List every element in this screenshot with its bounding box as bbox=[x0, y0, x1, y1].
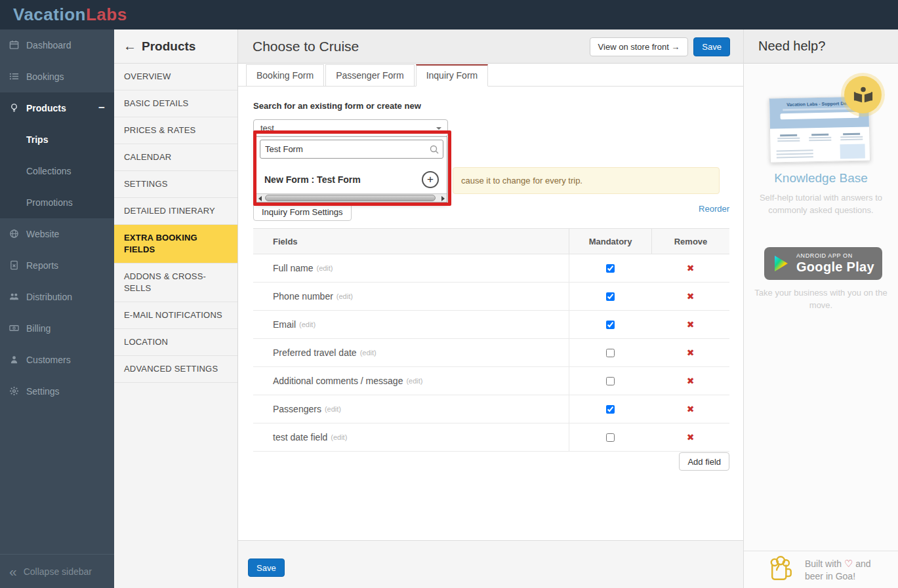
dropdown-horizontal-scrollbar[interactable] bbox=[256, 193, 447, 202]
search-icon bbox=[430, 145, 439, 154]
search-form-label: Search for an existing form or create ne… bbox=[253, 101, 421, 111]
menu-item-location[interactable]: LOCATION bbox=[114, 329, 237, 356]
menu-item-addons-cross-sells[interactable]: ADDONS & CROSS-SELLS bbox=[114, 264, 237, 302]
banknote-icon bbox=[9, 323, 20, 334]
scroll-left-arrow-icon[interactable] bbox=[258, 196, 262, 201]
sidebar-item-bookings[interactable]: Bookings bbox=[0, 61, 114, 92]
remove-icon[interactable]: ✖ bbox=[687, 347, 695, 358]
field-label: test date field bbox=[273, 432, 327, 442]
field-edit-link[interactable]: (edit) bbox=[337, 292, 353, 300]
sidebar-item-customers[interactable]: Customers bbox=[0, 344, 114, 376]
menu-item-advanced-settings[interactable]: ADVANCED SETTINGS bbox=[114, 356, 237, 383]
field-edit-link[interactable]: (edit) bbox=[316, 264, 333, 272]
tab-booking-form[interactable]: Booking Form bbox=[246, 64, 324, 87]
google-play-badge[interactable]: ANDROID APP ON Google Play bbox=[764, 247, 882, 280]
remove-icon[interactable]: ✖ bbox=[687, 432, 695, 442]
report-icon bbox=[9, 260, 20, 271]
thumbnail-column bbox=[838, 132, 865, 142]
brand-secondary: Labs bbox=[86, 5, 127, 24]
menu-item-detailed-itinerary[interactable]: DETAILED ITINERARY bbox=[114, 198, 237, 225]
inquiry-form-settings-button[interactable]: Inquiry Form Settings bbox=[253, 203, 352, 221]
save-button-top[interactable]: Save bbox=[693, 37, 730, 56]
sidebar-item-promotions[interactable]: Promotions bbox=[0, 187, 114, 218]
list-icon bbox=[9, 71, 20, 82]
product-menu-title: Products bbox=[142, 39, 195, 54]
back-to-products[interactable]: ← Products bbox=[114, 29, 237, 64]
add-field-button[interactable]: Add field bbox=[679, 452, 729, 471]
menu-item-basic-details[interactable]: BASIC DETAILS bbox=[114, 90, 237, 117]
sidebar-item-reports[interactable]: Reports bbox=[0, 250, 114, 281]
sidebar-item-label: Website bbox=[26, 229, 59, 239]
sidebar-item-dashboard[interactable]: Dashboard bbox=[0, 29, 114, 61]
remove-icon[interactable]: ✖ bbox=[687, 376, 695, 386]
form-select[interactable]: test bbox=[253, 119, 448, 137]
page-header: Choose to Cruise View on store front → S… bbox=[238, 29, 743, 64]
sidebar-item-products[interactable]: Products− bbox=[0, 92, 114, 124]
new-form-option[interactable]: New Form : Test Form + bbox=[256, 166, 447, 193]
table-row: Passengers(edit)✖ bbox=[253, 395, 729, 423]
sidebar-item-collections[interactable]: Collections bbox=[0, 155, 114, 187]
field-edit-link[interactable]: (edit) bbox=[325, 405, 341, 413]
remove-icon[interactable]: ✖ bbox=[687, 319, 695, 330]
heart-icon: ♡ bbox=[844, 558, 853, 569]
fields-table-header: Fields Mandatory Remove bbox=[253, 228, 729, 254]
mandatory-checkbox[interactable] bbox=[606, 405, 615, 414]
menu-item-extra-booking-fields[interactable]: EXTRA BOOKING FIELDS bbox=[114, 225, 237, 264]
field-edit-link[interactable]: (edit) bbox=[299, 321, 316, 328]
mandatory-checkbox[interactable] bbox=[606, 377, 615, 385]
remove-icon[interactable]: ✖ bbox=[687, 263, 695, 273]
field-edit-link[interactable]: (edit) bbox=[360, 349, 377, 357]
form-search-input[interactable] bbox=[260, 140, 443, 159]
knowledge-base-description: Self-help tutorial with answers to commo… bbox=[754, 191, 888, 216]
thumbnail-search-bar bbox=[780, 112, 859, 120]
remove-icon[interactable]: ✖ bbox=[687, 291, 695, 302]
field-label: Preferred travel date bbox=[273, 347, 357, 358]
collapse-section-icon[interactable]: − bbox=[98, 102, 105, 115]
sidebar-item-distribution[interactable]: Distribution bbox=[0, 281, 114, 313]
view-store-front-button[interactable]: View on store front → bbox=[590, 37, 689, 56]
thumbnail-subtitle-bar bbox=[783, 108, 856, 111]
sidebar-item-label: Trips bbox=[26, 134, 48, 145]
fields-table-body: Full name(edit)✖Phone number(edit)✖Email… bbox=[253, 254, 729, 452]
menu-item-settings[interactable]: SETTINGS bbox=[114, 171, 237, 198]
field-label: Additional comments / message bbox=[273, 376, 403, 386]
tab-inquiry-form[interactable]: Inquiry Form bbox=[416, 64, 489, 87]
sidebar-item-label: Settings bbox=[26, 386, 60, 397]
globe-icon bbox=[9, 229, 20, 239]
new-form-option-label: New Form : Test Form bbox=[264, 174, 361, 185]
double-chevron-left-icon: « bbox=[9, 564, 17, 578]
calendar-icon bbox=[9, 40, 20, 50]
vacationlabs-logo[interactable]: VacationLabs bbox=[13, 0, 127, 29]
scrollbar-thumb[interactable] bbox=[265, 195, 436, 201]
product-menu-list: OVERVIEWBASIC DETAILSPRICES & RATESCALEN… bbox=[114, 64, 237, 383]
field-edit-link[interactable]: (edit) bbox=[331, 433, 347, 441]
sidebar-item-settings[interactable]: Settings bbox=[0, 376, 114, 407]
sidebar-item-website[interactable]: Website bbox=[0, 218, 114, 250]
app-root: VacationLabs DashboardBookingsProducts−T… bbox=[0, 0, 898, 588]
remove-icon[interactable]: ✖ bbox=[687, 404, 695, 414]
menu-item-calendar[interactable]: CALENDAR bbox=[114, 144, 237, 171]
form-tabs: Booking FormPassenger FormInquiry Form bbox=[238, 64, 743, 87]
add-form-icon[interactable]: + bbox=[422, 171, 439, 188]
tab-passenger-form[interactable]: Passenger Form bbox=[325, 64, 414, 87]
mandatory-checkbox[interactable] bbox=[606, 433, 615, 442]
thumbnail-column bbox=[807, 132, 833, 143]
save-button-bottom[interactable]: Save bbox=[248, 559, 285, 577]
mandatory-checkbox[interactable] bbox=[606, 264, 615, 273]
menu-item-overview[interactable]: OVERVIEW bbox=[114, 64, 237, 90]
sidebar-item-billing[interactable]: Billing bbox=[0, 313, 114, 344]
reorder-link[interactable]: Reorder bbox=[699, 204, 729, 214]
menu-item-e-mail-notifications[interactable]: E-MAIL NOTIFICATIONS bbox=[114, 302, 237, 329]
dropdown-search bbox=[260, 140, 443, 159]
scroll-right-arrow-icon[interactable] bbox=[441, 196, 445, 201]
mandatory-checkbox[interactable] bbox=[606, 321, 615, 329]
sidebar-item-trips[interactable]: Trips bbox=[0, 124, 114, 155]
mandatory-checkbox[interactable] bbox=[606, 292, 615, 301]
help-panel: Need help? Vacation Labs - Support Desk … bbox=[743, 29, 898, 588]
mandatory-checkbox[interactable] bbox=[606, 349, 615, 357]
field-edit-link[interactable]: (edit) bbox=[406, 377, 422, 385]
menu-item-prices-rates[interactable]: PRICES & RATES bbox=[114, 117, 237, 144]
help-title: Need help? bbox=[744, 29, 898, 64]
collapse-sidebar-button[interactable]: « Collapse sidebar bbox=[0, 554, 114, 588]
knowledge-base-link[interactable]: Knowledge Base bbox=[744, 171, 898, 186]
